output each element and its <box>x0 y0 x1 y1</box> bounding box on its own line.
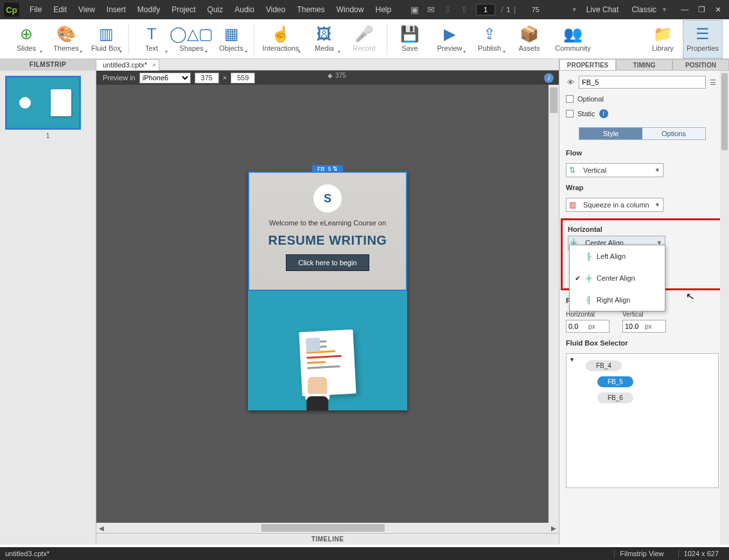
ribbon-toolbar: ⊕Slides▾ 🎨Themes▾ ▥Fluid Box▾ TText▾ ◯△▢… <box>0 19 729 59</box>
close-icon[interactable]: ✕ <box>711 4 725 15</box>
tool-properties[interactable]: ☰Properties <box>683 20 723 58</box>
align-option-center[interactable]: ✔ ╪ Center Align <box>570 267 665 289</box>
tab-close-icon[interactable]: × <box>152 60 156 70</box>
tool-media[interactable]: 🖼Media▾ <box>304 20 344 58</box>
horizontal-dropdown-list: ╟ Left Align ✔ ╪ Center Align ╢ Right Al… <box>569 245 665 311</box>
status-bar: untitled3.cptx* Filmstrip View 1024 x 62… <box>0 547 729 560</box>
static-checkbox[interactable] <box>566 110 574 118</box>
properties-scrollbar[interactable] <box>720 71 729 545</box>
subtab-style[interactable]: Style <box>579 128 642 139</box>
page-total: 1 <box>507 6 511 13</box>
padding-h-input[interactable]: px <box>566 320 610 333</box>
menu-file[interactable]: File <box>24 3 47 17</box>
workspace-theme[interactable]: Classic <box>631 5 656 14</box>
slide-begin-button[interactable]: Click here to begin <box>286 254 369 271</box>
tool-shapes[interactable]: ◯△▢Shapes▾ <box>171 20 211 58</box>
tool-text[interactable]: TText▾ <box>132 20 171 58</box>
canvas-scrollbar-horizontal[interactable]: ◀▶ <box>96 523 559 533</box>
arrow-down-icon[interactable]: ⇩ <box>442 4 453 15</box>
menu-help[interactable]: Help <box>370 3 396 17</box>
padding-v-label: Vertical <box>622 311 666 318</box>
tool-fluid-box[interactable]: ▥Fluid Box▾ <box>86 20 126 58</box>
info-icon[interactable]: i <box>544 73 554 83</box>
chevron-down-icon: ▼ <box>654 167 660 173</box>
visibility-icon[interactable]: 👁 <box>566 78 575 86</box>
tool-objects[interactable]: ▦Objects▾ <box>211 20 251 58</box>
subtab-options[interactable]: Options <box>642 128 705 139</box>
menu-view[interactable]: View <box>73 3 100 17</box>
slide-bottom-graphic <box>248 291 407 410</box>
menu-video[interactable]: Video <box>261 3 290 17</box>
padding-v-input[interactable]: px <box>622 320 666 333</box>
fb-chip-fb4[interactable]: FB_4 <box>586 360 622 371</box>
tool-slides[interactable]: ⊕Slides▾ <box>6 20 46 58</box>
fluidbox-selected[interactable]: S Welcome to the eLearning Course on RES… <box>248 171 407 291</box>
preview-device-select[interactable]: iPhone6 <box>139 73 191 83</box>
theme-dropdown-icon[interactable]: ▼ <box>662 6 667 13</box>
zoom-dropdown-icon[interactable]: ▼ <box>572 6 577 13</box>
tool-assets[interactable]: 📦Assets <box>509 20 549 58</box>
tab-timing[interactable]: TIMING <box>616 59 672 71</box>
page-current-input[interactable]: 1 <box>476 4 495 15</box>
flow-value: Vertical <box>583 166 651 174</box>
wrap-dropdown[interactable]: ▥ Squeeze in a column ▼ <box>566 198 663 212</box>
chevron-down-icon: ▼ <box>654 202 660 208</box>
align-option-right[interactable]: ╢ Right Align <box>570 289 665 311</box>
document-tab-label: untitled3.cptx* <box>103 61 147 69</box>
slide-stage[interactable]: FB_5 ⇅ S Welcome to the eLearning Course… <box>248 171 407 410</box>
tab-properties[interactable]: PROPERTIES <box>559 59 616 71</box>
menu-edit[interactable]: Edit <box>48 3 72 17</box>
tool-themes[interactable]: 🎨Themes▾ <box>46 20 86 58</box>
arrow-up-icon[interactable]: ⇧ <box>459 4 470 15</box>
slide-thumbnail[interactable] <box>5 76 81 130</box>
menu-themes[interactable]: Themes <box>292 3 329 17</box>
menu-window[interactable]: Window <box>331 3 369 17</box>
preview-width[interactable]: 375 <box>195 73 219 83</box>
mail-icon[interactable]: ✉ <box>425 4 437 15</box>
preview-height[interactable]: 559 <box>231 73 255 83</box>
padding-h-value[interactable] <box>567 322 588 330</box>
zoom-value[interactable]: 75 <box>532 6 570 13</box>
menu-modify[interactable]: Modify <box>132 3 165 17</box>
page-sep: / <box>501 5 503 14</box>
align-left-label: Left Align <box>597 252 626 260</box>
slide-welcome-text: Welcome to the eLearning Course on <box>269 219 386 227</box>
padding-v-value[interactable] <box>623 322 645 330</box>
menu-audio[interactable]: Audio <box>229 3 259 17</box>
menu-bar: Cp File Edit View Insert Modify Project … <box>0 0 729 19</box>
status-mode: Filmstrip View <box>614 550 669 557</box>
canvas[interactable]: FB_5 ⇅ S Welcome to the eLearning Course… <box>96 85 559 533</box>
tool-publish[interactable]: ⇪Publish▾ <box>470 20 509 58</box>
minimize-icon[interactable]: — <box>678 4 692 15</box>
tool-library[interactable]: 📁Library <box>643 20 683 58</box>
preview-bar: Preview in iPhone6 375 × 559 ◆ 375 i <box>96 71 559 85</box>
canvas-scrollbar-vertical[interactable] <box>549 85 559 523</box>
tool-preview[interactable]: ▶Preview▾ <box>430 20 470 58</box>
fb-chip-fb6[interactable]: FB_6 <box>597 392 633 403</box>
optional-checkbox[interactable] <box>566 95 574 103</box>
tool-save[interactable]: 💾Save <box>390 20 430 58</box>
maximize-icon[interactable]: ❐ <box>694 4 708 15</box>
status-file: untitled3.cptx* <box>5 550 49 557</box>
list-icon[interactable]: ☰ <box>710 78 719 87</box>
menu-insert[interactable]: Insert <box>101 3 131 17</box>
static-label: Static <box>577 110 595 118</box>
tab-position[interactable]: POSITION <box>672 59 729 71</box>
tool-interactions[interactable]: ☝Interactions▾ <box>257 20 304 58</box>
menu-project[interactable]: Project <box>166 3 200 17</box>
dims-separator: × <box>223 74 227 82</box>
layout-icon[interactable]: ▣ <box>408 4 420 15</box>
collapse-icon[interactable]: ▼ <box>569 356 575 363</box>
align-option-left[interactable]: ╟ Left Align <box>570 245 665 267</box>
object-name-input[interactable] <box>579 76 706 89</box>
tool-community[interactable]: 👥Community <box>549 20 597 58</box>
document-tab[interactable]: untitled3.cptx* × <box>96 59 159 71</box>
flow-icon: ⇅ <box>569 166 579 175</box>
fb-chip-fb5[interactable]: FB_5 <box>597 376 633 387</box>
static-info-icon[interactable]: i <box>599 109 608 118</box>
menu-quiz[interactable]: Quiz <box>202 3 229 17</box>
flow-dropdown[interactable]: ⇅ Vertical ▼ <box>566 163 663 177</box>
live-chat-link[interactable]: Live Chat <box>586 5 619 14</box>
timeline-title[interactable]: TIMELINE <box>96 533 559 545</box>
slide-logo-icon: S <box>313 184 342 213</box>
